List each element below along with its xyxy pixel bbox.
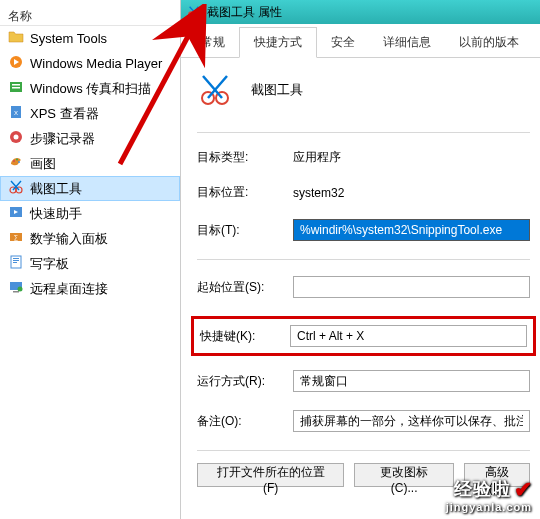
svg-point-8 [13, 160, 15, 162]
shortcut-key-input[interactable] [290, 325, 527, 347]
svg-rect-18 [13, 260, 19, 261]
svg-point-10 [18, 161, 20, 163]
list-item[interactable]: 快速助手 [0, 201, 180, 226]
tab[interactable]: 常规 [187, 28, 239, 57]
list-item-label: 画图 [30, 155, 56, 173]
list-item[interactable]: Windows Media Player [0, 51, 180, 76]
app-icon-snipping [197, 72, 233, 108]
tab[interactable]: 详细信息 [369, 28, 445, 57]
svg-rect-21 [13, 291, 19, 293]
watermark-text: 经验啦 [454, 479, 511, 499]
list-item-label: System Tools [30, 31, 107, 46]
target-type-value: 应用程序 [293, 149, 530, 166]
svg-text:X: X [14, 110, 18, 116]
list-item[interactable]: 截图工具 [0, 176, 180, 201]
svg-rect-19 [13, 262, 17, 263]
divider [197, 259, 530, 260]
wmp-icon [8, 54, 24, 73]
startin-label: 起始位置(S): [197, 279, 293, 296]
list-item-label: 截图工具 [30, 180, 82, 198]
comment-input[interactable] [293, 410, 530, 432]
rdp-icon [8, 279, 24, 298]
target-location-label: 目标位置: [197, 184, 293, 201]
watermark: 经验啦 ✔ jingyanla.com [446, 475, 532, 513]
column-header-name[interactable]: 名称 [0, 4, 180, 26]
dialog-title: 截图工具 属性 [207, 4, 282, 21]
dialog-titlebar[interactable]: 截图工具 属性 [181, 0, 540, 24]
steps-icon [8, 129, 24, 148]
explorer-list: 名称 System ToolsWindows Media PlayerWindo… [0, 0, 180, 519]
svg-rect-3 [12, 87, 20, 89]
list-item[interactable]: 画图 [0, 151, 180, 176]
svg-point-9 [16, 159, 18, 161]
math-icon: ∑ [8, 229, 24, 248]
svg-rect-2 [12, 84, 20, 86]
tab[interactable]: 安全 [317, 28, 369, 57]
list-item-label: 数学输入面板 [30, 230, 108, 248]
paint-icon [8, 154, 24, 173]
folder-icon [8, 29, 24, 48]
check-icon: ✔ [514, 477, 532, 503]
fax-icon [8, 79, 24, 98]
list-item-label: XPS 查看器 [30, 105, 99, 123]
svg-point-7 [14, 135, 19, 140]
quick-icon [8, 204, 24, 223]
list-item[interactable]: System Tools [0, 26, 180, 51]
shortcut-key-label: 快捷键(K): [200, 328, 290, 345]
comment-label: 备注(O): [197, 413, 293, 430]
tab-bar: 常规快捷方式安全详细信息以前的版本 [181, 28, 540, 58]
run-label: 运行方式(R): [197, 373, 293, 390]
svg-text:∑: ∑ [14, 234, 18, 241]
svg-point-22 [18, 287, 23, 292]
wordpad-icon [8, 254, 24, 273]
list-item-label: 远程桌面连接 [30, 280, 108, 298]
list-item[interactable]: Windows 传真和扫描 [0, 76, 180, 101]
list-item[interactable]: XXPS 查看器 [0, 101, 180, 126]
startin-input[interactable] [293, 276, 530, 298]
run-select[interactable] [293, 370, 530, 392]
open-file-location-button[interactable]: 打开文件所在的位置(F) [197, 463, 344, 487]
shortcut-key-highlight: 快捷键(K): [191, 316, 536, 356]
target-location-value: system32 [293, 186, 530, 200]
xps-icon: X [8, 104, 24, 123]
list-item[interactable]: 写字板 [0, 251, 180, 276]
target-label: 目标(T): [197, 222, 293, 239]
list-item[interactable]: 远程桌面连接 [0, 276, 180, 301]
target-type-label: 目标类型: [197, 149, 293, 166]
tab[interactable]: 快捷方式 [239, 27, 317, 58]
shortcut-panel: 截图工具 目标类型: 应用程序 目标位置: system32 目标(T): 起始… [181, 58, 540, 497]
tab[interactable]: 以前的版本 [445, 28, 533, 57]
list-item-label: 步骤记录器 [30, 130, 95, 148]
list-item[interactable]: ∑数学输入面板 [0, 226, 180, 251]
svg-rect-17 [13, 258, 19, 259]
snip-icon [187, 5, 201, 19]
change-icon-button[interactable]: 更改图标(C)... [354, 463, 454, 487]
list-item-label: 写字板 [30, 255, 69, 273]
list-item-label: 快速助手 [30, 205, 82, 223]
divider [197, 132, 530, 133]
app-name-label: 截图工具 [251, 81, 303, 99]
list-item-label: Windows 传真和扫描 [30, 80, 151, 98]
properties-dialog: 截图工具 属性 常规快捷方式安全详细信息以前的版本 截图工具 目标类型: 应用程… [180, 0, 540, 519]
list-item-label: Windows Media Player [30, 56, 162, 71]
list-item[interactable]: 步骤记录器 [0, 126, 180, 151]
target-input[interactable] [293, 219, 530, 241]
snip-icon [8, 179, 24, 198]
